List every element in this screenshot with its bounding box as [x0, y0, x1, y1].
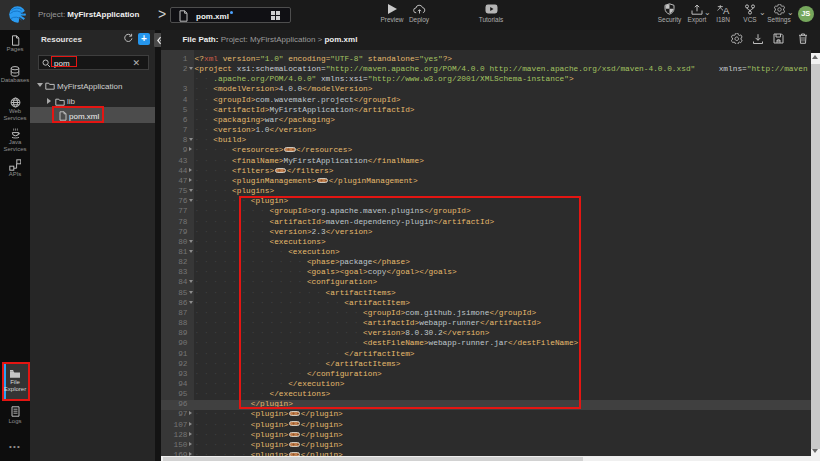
svg-text:A: A [723, 5, 730, 15]
